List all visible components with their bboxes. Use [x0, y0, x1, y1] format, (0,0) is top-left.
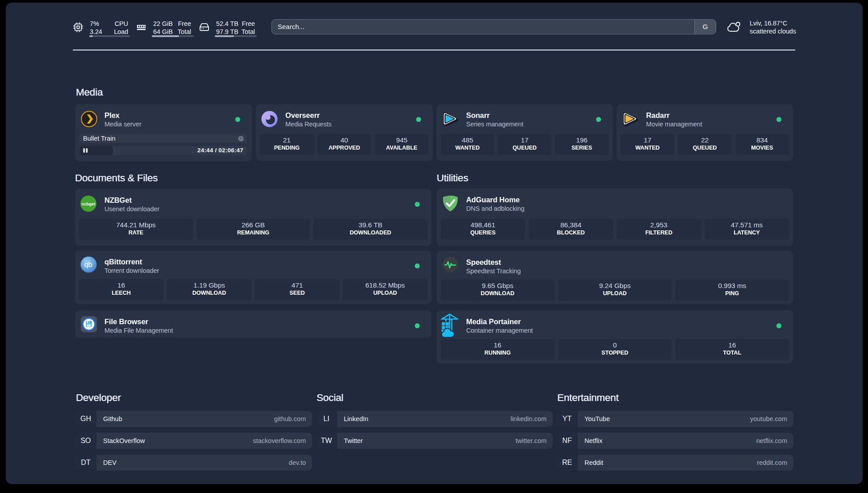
svg-text:nzbget: nzbget [82, 201, 96, 206]
svg-text:qb: qb [84, 261, 92, 268]
